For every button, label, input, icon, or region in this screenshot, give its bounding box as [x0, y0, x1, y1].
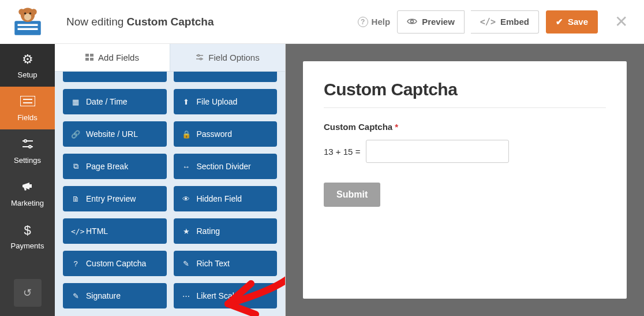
grid-icon [85, 53, 93, 62]
gear-icon: ⚙ [22, 52, 33, 67]
tab-field-options[interactable]: Field Options [170, 44, 285, 72]
field-label: Rich Text [197, 259, 230, 268]
history-button[interactable]: ↺ [14, 279, 42, 307]
field-section-divider[interactable]: ↔ Section Divider [174, 154, 278, 179]
divider-icon: ↔ [182, 162, 191, 171]
field-rating[interactable]: ★ Rating [174, 218, 278, 244]
svg-point-25 [200, 58, 202, 60]
field-date-time[interactable]: ▦ Date / Time [63, 89, 167, 114]
field-hidden[interactable]: 👁 Hidden Field [174, 186, 278, 211]
save-button[interactable]: ✔ Save [546, 10, 598, 34]
svg-rect-18 [85, 54, 89, 57]
svg-point-7 [24, 12, 26, 14]
field-website-url[interactable]: 🔗 Website / URL [63, 121, 167, 147]
svg-point-6 [24, 13, 31, 20]
bullhorn-icon [21, 180, 34, 195]
nav-settings[interactable]: Settings [0, 129, 55, 172]
page-break-icon: ⧉ [71, 162, 80, 171]
field-label: Password [197, 129, 232, 139]
svg-rect-9 [20, 96, 35, 106]
svg-point-15 [29, 146, 31, 148]
nav-label: Marketing [11, 199, 44, 207]
field-page-break[interactable]: ⧉ Page Break [63, 154, 167, 179]
form-preview: Custom Captcha Custom Captcha * 13 + 15 … [303, 61, 627, 299]
submit-button[interactable]: Submit [324, 183, 380, 207]
check-icon: ✔ [556, 17, 563, 27]
embed-button[interactable]: </> Embed [471, 10, 539, 34]
nav-marketing[interactable]: Marketing [0, 172, 55, 215]
field-label: Hidden Field [197, 194, 242, 203]
nav-label: Setup [18, 70, 38, 79]
help-label: Help [372, 17, 391, 27]
dollar-icon: $ [24, 223, 31, 238]
svg-point-8 [29, 12, 31, 14]
embed-label: Embed [500, 17, 529, 27]
svg-point-4 [18, 9, 25, 15]
preview-button[interactable]: Preview [397, 10, 465, 34]
help-link[interactable]: ? Help [358, 17, 391, 27]
close-icon: ✕ [615, 13, 628, 31]
editing-prefix: Now editing [66, 16, 127, 28]
field-label: File Upload [197, 97, 238, 106]
field-file-upload[interactable]: ⬆ File Upload [174, 89, 278, 114]
editing-title: Now editing Custom Captcha [66, 16, 214, 28]
eye-icon [407, 17, 417, 27]
tab-label: Add Fields [98, 53, 139, 62]
pencil-icon: ✎ [71, 292, 80, 300]
svg-rect-19 [90, 54, 93, 57]
svg-rect-21 [90, 58, 93, 61]
form-icon [20, 95, 35, 110]
field-likert-scale[interactable]: ⋯ Likert Scale [174, 283, 278, 308]
svg-rect-1 [17, 24, 38, 27]
field-label: Custom Captcha * [324, 122, 606, 132]
field-html[interactable]: </> HTML [63, 218, 167, 244]
upload-icon: ⬆ [182, 98, 191, 106]
history-icon: ↺ [23, 287, 32, 299]
svg-point-5 [31, 9, 37, 15]
lock-icon: 🔒 [182, 130, 191, 139]
svg-point-17 [411, 20, 414, 23]
field-label: Custom Captcha [86, 259, 146, 268]
help-icon: ? [358, 17, 368, 27]
nav-label: Settings [14, 156, 41, 165]
nav-setup[interactable]: ⚙ Setup [0, 44, 55, 87]
code-icon: </> [480, 17, 496, 27]
field-label: Section Divider [197, 162, 251, 171]
tab-add-fields[interactable]: Add Fields [55, 44, 170, 72]
divider [324, 107, 606, 108]
captcha-input[interactable] [366, 140, 509, 163]
field-label-text: Custom Captcha [324, 122, 392, 132]
svg-rect-16 [29, 184, 32, 188]
field-label: HTML [86, 226, 108, 236]
nav-payments[interactable]: $ Payments [0, 215, 55, 258]
captcha-equation: 13 + 15 = [324, 147, 360, 157]
nav-label: Payments [11, 241, 44, 250]
field-label: Likert Scale [197, 291, 239, 300]
field-label: Date / Time [86, 97, 128, 106]
field-rich-text[interactable]: ✎ Rich Text [174, 251, 278, 276]
link-icon: 🔗 [71, 130, 80, 139]
field-label: Website / URL [86, 129, 138, 139]
sliders-icon [196, 53, 204, 62]
svg-point-23 [198, 54, 200, 56]
dots-icon: ⋯ [182, 292, 191, 300]
svg-rect-20 [85, 58, 89, 61]
field-label: Rating [197, 226, 220, 236]
tab-label: Field Options [208, 53, 259, 62]
field-custom-captcha[interactable]: ? Custom Captcha [63, 251, 167, 276]
field-stub[interactable] [174, 72, 278, 82]
nav-fields[interactable]: Fields [0, 87, 55, 129]
question-icon: ? [71, 259, 80, 268]
editing-form-name: Custom Captcha [127, 16, 214, 28]
sliders-icon [21, 137, 34, 153]
svg-rect-2 [17, 28, 38, 31]
field-signature[interactable]: ✎ Signature [63, 283, 167, 308]
svg-point-13 [24, 140, 27, 142]
field-label: Page Break [86, 162, 128, 171]
field-stub[interactable] [63, 72, 167, 82]
close-button[interactable]: ✕ [609, 12, 632, 31]
save-label: Save [568, 17, 588, 27]
field-entry-preview[interactable]: 🗎 Entry Preview [63, 186, 167, 211]
field-password[interactable]: 🔒 Password [174, 121, 278, 147]
calendar-icon: ▦ [71, 98, 80, 106]
